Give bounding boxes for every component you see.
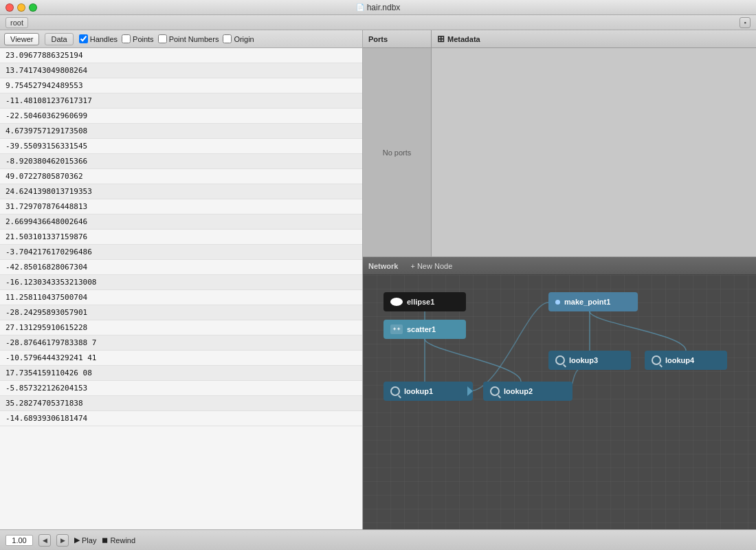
rewind-icon: ◼ bbox=[102, 536, 108, 544]
data-row: -16.1230343353213008 bbox=[0, 275, 362, 290]
data-row: 24.6241398013719353 bbox=[0, 184, 362, 199]
data-row: 17.7354159110426 08 bbox=[0, 366, 362, 381]
node-lookup4-label: lookup4 bbox=[665, 356, 694, 364]
rewind-button[interactable]: ◼ Rewind bbox=[102, 536, 135, 544]
data-row: 9.754527942489553 bbox=[0, 78, 362, 94]
node-ellipse1-label: ellipse1 bbox=[407, 298, 434, 306]
data-row: 31.729707876448813 bbox=[0, 199, 362, 214]
network-panel: Network + New Node bbox=[363, 257, 756, 529]
data-row: -5.857322126204153 bbox=[0, 381, 362, 396]
data-row: -10.5796444329241 41 bbox=[0, 351, 362, 366]
metadata-header: ⊞ Metadata bbox=[432, 30, 756, 48]
no-ports-message: No ports bbox=[363, 48, 431, 256]
data-row: -3.7042176170296486 bbox=[0, 245, 362, 260]
data-row: 13.741743049808264 bbox=[0, 63, 362, 78]
data-row: 2.6699436648002646 bbox=[0, 214, 362, 230]
left-panel: Viewer Data Handles Points Point Numbers… bbox=[0, 30, 363, 529]
node-lookup2-label: lookup2 bbox=[504, 387, 533, 395]
window-title: 📄 hair.ndbx bbox=[356, 3, 401, 12]
close-button[interactable] bbox=[5, 3, 14, 12]
node-make-point1-label: make_point1 bbox=[564, 298, 610, 306]
ports-panel: Ports No ports bbox=[363, 30, 432, 256]
node-ellipse1[interactable]: ellipse1 bbox=[383, 292, 466, 311]
data-row: -28.87646179783388 7 bbox=[0, 336, 362, 351]
data-row: 27.131295910615228 bbox=[0, 320, 362, 336]
data-row: 49.07227805870362 bbox=[0, 169, 362, 184]
window-controls[interactable] bbox=[5, 3, 37, 12]
node-lookup1-label: lookup1 bbox=[404, 387, 433, 395]
node-lookup4[interactable]: lookup4 bbox=[645, 351, 727, 370]
data-row: 4.6739757129173508 bbox=[0, 124, 362, 139]
data-row: -39.55093156331545 bbox=[0, 139, 362, 154]
data-row: -8.920380462015366 bbox=[0, 154, 362, 169]
play-button[interactable]: ▶ Play bbox=[74, 536, 96, 544]
checkbox-group: Handles Points Point Numbers Origin bbox=[79, 34, 254, 43]
data-row: -22.50460362960699 bbox=[0, 109, 362, 124]
prev-frame-button[interactable]: ◀ bbox=[38, 534, 51, 547]
maximize-button[interactable] bbox=[29, 3, 37, 12]
ports-header: Ports bbox=[363, 30, 431, 48]
breadcrumb-controls[interactable]: ▪ bbox=[740, 17, 751, 28]
lookup4-search-icon bbox=[652, 355, 661, 365]
tab-data[interactable]: Data bbox=[45, 33, 73, 45]
right-panel: Ports No ports ⊞ Metadata Network + New … bbox=[363, 30, 756, 529]
ellipse-icon bbox=[390, 298, 403, 306]
data-row: 21.503101337159876 bbox=[0, 230, 362, 245]
data-list: 23.0967788632519413.7417430498082649.754… bbox=[0, 48, 362, 529]
play-triangle-icon: ▶ bbox=[74, 536, 80, 544]
lookup1-connector bbox=[467, 386, 473, 396]
network-canvas[interactable]: ellipse1 ✦✦ scatter1 make_point1 lookup3 bbox=[363, 275, 756, 529]
node-scatter1-label: scatter1 bbox=[407, 325, 436, 333]
network-title: Network bbox=[368, 262, 398, 270]
network-header: Network + New Node bbox=[363, 257, 756, 275]
title-bar: 📄 hair.ndbx bbox=[0, 0, 756, 15]
node-lookup2[interactable]: lookup2 bbox=[483, 382, 572, 401]
metadata-panel: ⊞ Metadata bbox=[432, 30, 756, 256]
minimize-button[interactable] bbox=[17, 3, 25, 12]
breadcrumb-root[interactable]: root bbox=[5, 17, 28, 28]
metadata-icon: ⊞ bbox=[437, 34, 445, 44]
data-row: -14.68939306181474 bbox=[0, 411, 362, 426]
data-row: 23.09677886325194 bbox=[0, 48, 362, 63]
file-icon: 📄 bbox=[356, 3, 364, 11]
connections-svg bbox=[363, 275, 756, 529]
data-row: 11.258110437500704 bbox=[0, 290, 362, 305]
lookup2-search-icon bbox=[490, 386, 500, 396]
breadcrumb-nav-btn[interactable]: ▪ bbox=[740, 17, 751, 28]
checkbox-points[interactable]: Points bbox=[122, 34, 154, 43]
breadcrumb: root ▪ bbox=[0, 15, 756, 30]
node-lookup3[interactable]: lookup3 bbox=[548, 351, 631, 370]
data-row: -11.481081237617317 bbox=[0, 94, 362, 109]
node-lookup1[interactable]: lookup1 bbox=[383, 382, 473, 401]
lookup3-search-icon bbox=[555, 355, 565, 365]
next-frame-button[interactable]: ▶ bbox=[56, 534, 69, 547]
data-row: -28.24295893057901 bbox=[0, 305, 362, 320]
new-node-button[interactable]: + New Node bbox=[406, 261, 456, 272]
node-lookup3-label: lookup3 bbox=[569, 356, 598, 364]
tab-viewer[interactable]: Viewer bbox=[4, 33, 39, 45]
bottom-bar: 1.00 ◀ ▶ ▶ Play ◼ Rewind bbox=[0, 529, 756, 550]
node-make-point1[interactable]: make_point1 bbox=[548, 292, 638, 311]
lookup1-search-icon bbox=[390, 386, 400, 396]
data-row: -42.85016828067304 bbox=[0, 260, 362, 275]
scatter-icon: ✦✦ bbox=[390, 324, 403, 334]
node-scatter1[interactable]: ✦✦ scatter1 bbox=[383, 320, 466, 339]
main-layout: Viewer Data Handles Points Point Numbers… bbox=[0, 30, 756, 529]
top-right: Ports No ports ⊞ Metadata bbox=[363, 30, 756, 257]
checkbox-handles[interactable]: Handles bbox=[79, 34, 118, 43]
time-display: 1.00 bbox=[5, 535, 33, 546]
checkbox-origin[interactable]: Origin bbox=[223, 34, 254, 43]
data-row: 35.28274705371838 bbox=[0, 396, 362, 411]
checkbox-point-numbers[interactable]: Point Numbers bbox=[158, 34, 219, 43]
viewer-toolbar: Viewer Data Handles Points Point Numbers… bbox=[0, 30, 362, 48]
make-point-icon bbox=[555, 300, 560, 305]
